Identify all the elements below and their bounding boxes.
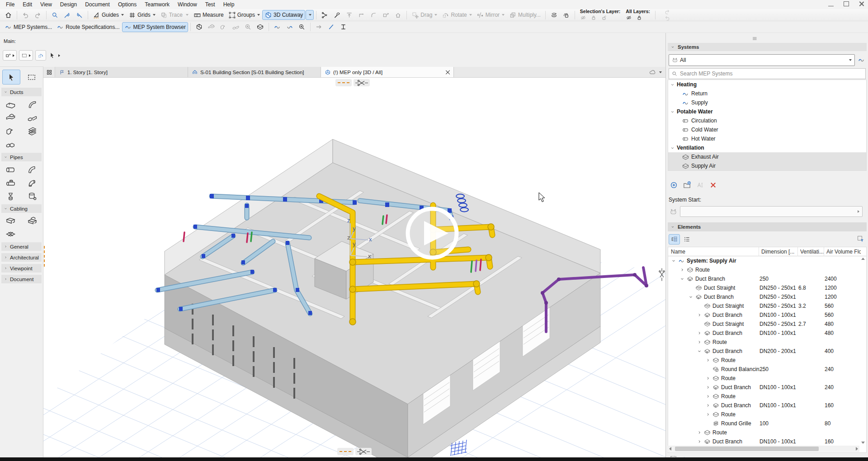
toolbox-item[interactable] <box>22 97 43 111</box>
table-row[interactable]: Duct Branch DN200 - 200x1 400 <box>668 347 866 356</box>
resize-button[interactable] <box>380 10 392 20</box>
expand-chevron-icon[interactable] <box>697 312 702 318</box>
expand-chevron-icon[interactable] <box>705 367 711 372</box>
mep-add-fitting-button[interactable] <box>242 22 254 32</box>
scroll-thumb[interactable] <box>675 447 819 451</box>
system-tree-row[interactable]: Supply Air <box>668 161 866 170</box>
group-chevron-icon[interactable] <box>670 146 675 151</box>
expand-chevron-icon[interactable] <box>679 267 685 273</box>
marquee-mode-button[interactable] <box>19 50 33 61</box>
menu-item[interactable]: View <box>36 0 56 9</box>
chevron-down-icon[interactable] <box>121 14 124 16</box>
toolbox-item[interactable]: Pipes <box>1 153 42 161</box>
3d-cutaway-button[interactable]: 3D Cutaway <box>262 10 305 20</box>
3d-cutaway-chevron[interactable] <box>306 10 314 20</box>
menu-item[interactable]: Help <box>219 0 239 9</box>
lock-unlock-layers-button[interactable] <box>560 10 572 20</box>
table-row[interactable]: Duct Branch DN100 - 100x1 240 <box>668 383 866 392</box>
system-tree-row[interactable]: Cold Water <box>668 125 866 134</box>
system-tree-row[interactable]: Heating <box>668 80 866 89</box>
rotate-button[interactable]: Rotate <box>439 10 474 20</box>
fillet-button[interactable] <box>368 10 380 20</box>
expand-chevron-icon[interactable] <box>705 403 711 408</box>
scroll-up-icon[interactable] <box>861 258 865 260</box>
system-tree-row[interactable]: Hot Water <box>668 134 866 143</box>
view-tab[interactable]: (!) MEP only [3D / All] <box>321 67 454 77</box>
toolbox-item[interactable]: Document <box>1 275 42 283</box>
mep-toolbar-button[interactable]: Route Specifications... <box>54 22 122 32</box>
teamwork-cloud-icon[interactable] <box>649 68 656 76</box>
show-hide-layers-button[interactable] <box>548 10 560 20</box>
toolbox-item[interactable] <box>0 176 22 189</box>
trace-chevron-icon[interactable] <box>186 14 189 16</box>
intersect-button[interactable] <box>355 10 368 20</box>
view-tab[interactable]: S-01 Building Section [S-01 Building Sec… <box>188 67 321 77</box>
table-row[interactable]: System: Supply Air <box>668 256 866 265</box>
mep-cube-button[interactable] <box>193 22 205 32</box>
table-row[interactable]: Route <box>668 392 866 401</box>
groups-button[interactable]: Groups <box>226 10 262 20</box>
toolbox-item[interactable] <box>22 176 43 189</box>
mep-toolbar-button[interactable]: MEP Systems... <box>2 22 54 32</box>
menu-item[interactable]: File <box>2 0 19 9</box>
mep-toolbar-button[interactable]: MEP System Browser <box>122 22 188 32</box>
pick-up-parameters-button[interactable] <box>49 10 61 20</box>
toolbox-item[interactable]: Viewpoint <box>1 264 42 273</box>
cutaway-edge-scissors-icon[interactable] <box>659 268 665 282</box>
marquee-tool-button[interactable] <box>23 70 41 85</box>
maximize-icon[interactable] <box>844 1 849 6</box>
toolbox-item[interactable] <box>22 162 43 176</box>
expand-chevron-icon[interactable] <box>697 430 702 435</box>
table-row[interactable]: Duct Branch DN100 - 100x1 480 <box>668 329 866 338</box>
arrow-tool-icon[interactable] <box>48 52 56 59</box>
table-row[interactable]: Route <box>668 356 866 365</box>
menu-item[interactable]: Edit <box>19 0 36 9</box>
filter-elements-icon[interactable] <box>857 235 864 243</box>
flyout-arrow-icon[interactable] <box>58 54 60 57</box>
mirror-button[interactable]: Mirror <box>474 10 507 20</box>
transfer-parameters-button[interactable] <box>73 10 85 20</box>
group-chevron-icon[interactable] <box>670 82 675 87</box>
expand-chevron-icon[interactable] <box>688 285 693 291</box>
expand-chevron-icon[interactable] <box>705 376 711 381</box>
chevron-down-icon[interactable] <box>257 14 260 16</box>
3d-viewport[interactable]: z y x z y x <box>43 78 665 457</box>
redo-button[interactable] <box>32 10 44 20</box>
toolbox-item[interactable] <box>0 162 22 176</box>
table-row[interactable]: Duct Straight DN250 - 250x1 2.7 480 <box>668 320 866 329</box>
close-icon[interactable] <box>859 1 864 6</box>
align-button[interactable] <box>343 10 355 20</box>
mep-column-button[interactable] <box>337 22 349 32</box>
flyout-arrow-icon[interactable] <box>858 210 859 213</box>
expand-chevron-icon[interactable] <box>671 258 676 263</box>
view-tab[interactable]: 1. Story [1. Story] <box>55 67 188 77</box>
chevron-down-icon[interactable] <box>153 14 156 16</box>
rename-button[interactable] <box>696 181 704 189</box>
minimize-icon[interactable] <box>828 1 834 6</box>
close-tab-icon[interactable] <box>445 70 450 75</box>
toolbox-item[interactable]: Architectural <box>1 253 42 262</box>
system-tree-row[interactable]: Return <box>668 89 866 98</box>
mep-systems-settings-icon[interactable] <box>858 56 865 64</box>
system-tree-row[interactable]: Ventilation <box>668 143 866 152</box>
toolbox-item[interactable] <box>0 138 22 151</box>
toolbox-item[interactable] <box>22 111 43 124</box>
table-row[interactable]: Duct Branch DN100 - 100x1 560 <box>668 310 866 320</box>
scroll-left-icon[interactable] <box>669 447 671 451</box>
horizontal-scrollbar[interactable] <box>668 446 859 452</box>
guides-button[interactable]: Guides <box>90 10 126 20</box>
mep-system-a-button[interactable] <box>271 22 283 32</box>
menu-item[interactable]: Window <box>174 0 201 9</box>
expand-chevron-icon[interactable] <box>697 303 702 309</box>
mep-open-cube-button[interactable] <box>254 22 266 32</box>
menu-item[interactable]: Test <box>201 0 219 9</box>
table-row[interactable]: Route <box>668 428 866 437</box>
toolbox-item[interactable] <box>0 189 22 203</box>
undo-small-icon[interactable] <box>664 15 670 21</box>
unlock-selection-layer-icon[interactable] <box>601 14 607 21</box>
expand-chevron-icon[interactable] <box>697 330 702 336</box>
system-tree-row[interactable]: Potable Water <box>668 107 866 116</box>
tree-view-toggle[interactable] <box>669 234 680 245</box>
cutaway-plane-edge[interactable] <box>44 246 45 267</box>
system-tree-row[interactable]: Supply <box>668 98 866 107</box>
